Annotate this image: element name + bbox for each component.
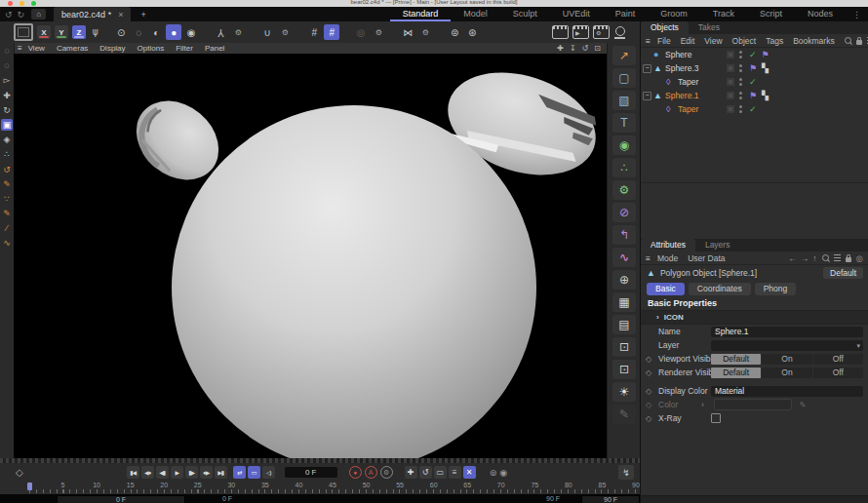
live-selection-tool[interactable]: ◌ xyxy=(1,59,13,71)
interactive-render-icon[interactable] xyxy=(613,26,626,39)
next-frame-button[interactable]: ▮▶ xyxy=(185,466,198,479)
knife-tool[interactable]: ∕ xyxy=(1,222,13,234)
spline-smooth-tool[interactable]: ∿ xyxy=(1,237,13,249)
auto-normal-icon[interactable]: ⊛ xyxy=(464,24,480,40)
move-tool[interactable]: ✚ xyxy=(1,90,13,101)
mirror-settings-icon[interactable]: ⚙ xyxy=(417,24,433,40)
render-picture-viewer-icon[interactable]: ▶ xyxy=(572,25,589,39)
workspace-tab-uvedit[interactable]: UVEdit xyxy=(550,7,603,21)
dolly-icon[interactable]: ↧ xyxy=(570,44,576,53)
xray-checkbox[interactable] xyxy=(711,413,721,423)
flag-tag-icon[interactable]: ⚑ xyxy=(749,63,757,73)
range-start-field[interactable]: 0 F xyxy=(57,495,185,503)
sky-object-icon[interactable]: ⊕ xyxy=(612,270,636,290)
objects-menu-object[interactable]: Object xyxy=(732,36,757,46)
expand-collapse-icon[interactable]: − xyxy=(643,92,651,100)
anim-dot-icon[interactable]: ◇ xyxy=(646,368,651,377)
preview-range-toggle[interactable]: ▭ xyxy=(248,466,260,479)
key-rotation-toggle[interactable]: ↺ xyxy=(419,466,432,479)
stage-object-icon[interactable]: ▦ xyxy=(612,292,636,312)
axis-z-button[interactable]: Z xyxy=(72,25,86,39)
symmetry-settings-icon[interactable]: ⚙ xyxy=(277,24,293,40)
visibility-option-default[interactable]: Default xyxy=(711,354,761,365)
next-key-button[interactable]: ●▶ xyxy=(200,466,213,479)
flag-tag-icon[interactable]: ⚑ xyxy=(762,50,769,59)
enable-toggle[interactable] xyxy=(727,105,734,113)
viewport-menu-panel[interactable]: Panel xyxy=(205,44,224,53)
tab-objects[interactable]: Objects xyxy=(641,21,689,34)
keyframe-selection-icon[interactable]: ⊚ xyxy=(490,468,497,478)
loop-toggle[interactable]: ⇄ xyxy=(233,466,246,479)
attributes-menu-icon[interactable]: ≡ xyxy=(646,253,651,263)
workspace-overflow-icon[interactable]: ⋮ xyxy=(852,10,861,19)
back-icon[interactable]: ← xyxy=(788,253,797,263)
hierarchy-settings-icon[interactable]: ⚙ xyxy=(230,24,246,40)
tree-row-taper[interactable]: ◊Taper✓ xyxy=(641,75,868,89)
anim-dot-icon[interactable]: ◇ xyxy=(646,387,651,396)
workspace-tab-script[interactable]: Script xyxy=(747,7,795,21)
objects-menu-file[interactable]: File xyxy=(657,36,671,46)
close-tab-icon[interactable]: × xyxy=(118,10,123,19)
objects-menu-icon[interactable]: ≡ xyxy=(646,36,651,46)
object-name[interactable]: Taper xyxy=(678,77,698,87)
workplane-tool[interactable]: ↺ xyxy=(1,164,13,175)
modeling-axis-icon[interactable]: ◎ xyxy=(353,24,369,40)
attr-search-icon[interactable] xyxy=(822,254,829,261)
search-icon[interactable] xyxy=(845,37,851,44)
visibility-option-on[interactable]: On xyxy=(762,354,811,365)
texture-tag-icon[interactable]: ▚ xyxy=(762,63,769,73)
fcurve-editor-icon[interactable]: ↯ xyxy=(618,465,634,480)
enable-toggle[interactable] xyxy=(727,64,734,72)
viewport-menu-filter[interactable]: Filter xyxy=(176,44,193,53)
anim-dot-icon[interactable]: ◇ xyxy=(646,414,651,423)
hierarchy-icon[interactable]: Y xyxy=(213,24,228,40)
camera-speaker-icon[interactable]: ⊡ xyxy=(612,360,636,379)
workspace-tab-nodes[interactable]: Nodes xyxy=(795,7,846,21)
workspace-tab-groom[interactable]: Groom xyxy=(648,7,700,21)
attributes-menu-user-data[interactable]: User Data xyxy=(688,253,725,263)
attr-target-icon[interactable]: ◎ xyxy=(856,253,863,263)
chip-phong[interactable]: Phong xyxy=(755,283,797,295)
maximize-icon[interactable]: ⊡ xyxy=(594,44,601,53)
coordinate-system-icon[interactable]: ⋔ xyxy=(91,26,99,39)
spline-primitive-icon[interactable]: ▢ xyxy=(612,68,636,88)
tree-row-sphere[interactable]: ●Sphere✓⚑ xyxy=(641,48,868,61)
check-tag-icon[interactable]: ✓ xyxy=(749,50,757,59)
expand-collapse-icon[interactable]: − xyxy=(643,64,651,73)
key-parameter-toggle[interactable]: ≡ xyxy=(449,466,461,479)
pan-icon[interactable]: ✚ xyxy=(557,44,564,53)
visibility-dots[interactable] xyxy=(739,78,742,86)
cube-primitive-icon[interactable]: ▧ xyxy=(612,91,636,110)
redo-icon[interactable]: ↻ xyxy=(18,10,25,19)
keyframe-presets-button[interactable]: ⚙ xyxy=(380,466,393,479)
render-view-icon[interactable] xyxy=(552,25,569,39)
attr-lock-icon[interactable] xyxy=(846,257,851,262)
subdivision-surface-icon[interactable]: ◉ xyxy=(612,135,636,155)
prev-frame-button[interactable]: ◀▮ xyxy=(156,466,169,479)
brush-tool[interactable]: ✎ xyxy=(1,208,13,219)
enable-toggle[interactable] xyxy=(727,92,734,99)
tweak-tool[interactable]: ▻ xyxy=(1,74,13,86)
new-tab-button[interactable]: + xyxy=(140,10,145,19)
transform-tool[interactable]: ◈ xyxy=(1,134,13,145)
tab-takes[interactable]: Takes xyxy=(689,21,730,34)
point-cluster-tool[interactable]: ∵ xyxy=(1,193,13,205)
objects-menu-edit[interactable]: Edit xyxy=(681,36,695,46)
snap-child-icon[interactable]: ◉ xyxy=(183,24,199,40)
tab-attributes[interactable]: Attributes xyxy=(641,239,695,252)
enable-toggle[interactable] xyxy=(727,78,734,86)
text-object-icon[interactable]: T xyxy=(612,113,636,133)
tab-layers[interactable]: Layers xyxy=(695,239,740,252)
name-input[interactable]: Sphere.1 xyxy=(711,327,863,337)
workspace-tab-standard[interactable]: Standard xyxy=(390,7,452,21)
prev-key-button[interactable]: ◀● xyxy=(141,466,154,479)
snap-component-icon[interactable]: ◌ xyxy=(131,24,146,40)
home-icon[interactable]: ⌂ xyxy=(31,9,46,19)
object-name[interactable]: Sphere xyxy=(665,50,691,59)
objects-menu-view[interactable]: View xyxy=(704,36,722,46)
visibility-dots[interactable] xyxy=(739,105,742,113)
goto-start-button[interactable]: ▮◀ xyxy=(127,466,139,479)
key-scale-toggle[interactable]: ▭ xyxy=(434,466,447,479)
visibility-dots[interactable] xyxy=(739,64,742,72)
visibility-option-default[interactable]: Default xyxy=(711,368,761,378)
